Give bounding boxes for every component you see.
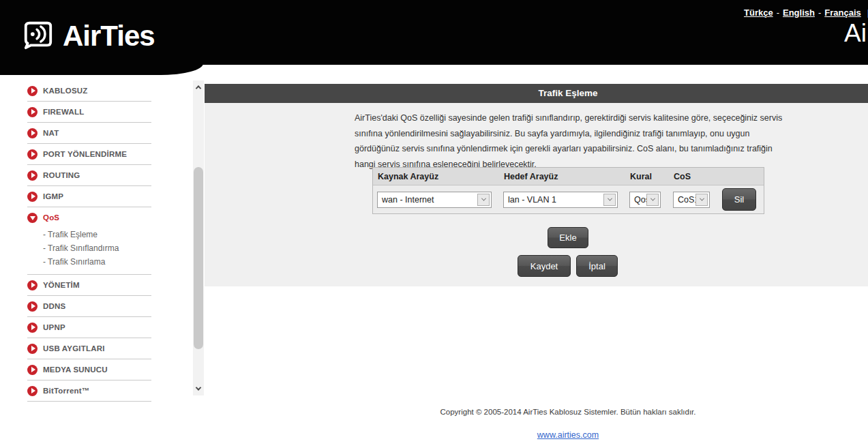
header-hedef-arayuz: Hedef Arayüz (499, 168, 625, 185)
vertical-scrollbar[interactable] (193, 80, 204, 395)
traffic-mapping-table: Kaynak Arayüz Hedef Arayüz Kural CoS wan… (372, 167, 764, 214)
table-row: wan - Internet lan - VLAN 1 Qos (373, 185, 764, 213)
sidebar-item-usb-aygitlari[interactable]: USB AYGITLARI (27, 338, 151, 359)
select-chevron-icon (695, 194, 708, 206)
play-icon (27, 280, 38, 290)
sidebar-item-firewall[interactable]: FIREWALL (27, 102, 151, 123)
select-chevron-icon (477, 194, 490, 206)
brand-logo: AirTies (23, 18, 155, 53)
sidebar-item-igmp[interactable]: IGMP (27, 186, 151, 207)
page: AirTies Türkçe-English-Français| Air KAB… (0, 0, 868, 448)
play-icon (27, 107, 38, 117)
ekle-button[interactable]: Ekle (548, 227, 588, 248)
kaydet-button[interactable]: Kaydet (518, 255, 571, 277)
language-switcher: Türkçe-English-Français| (744, 8, 868, 18)
sidebar-item-nat[interactable]: NAT (27, 123, 151, 144)
scroll-down-button[interactable] (193, 383, 204, 394)
sidebar-item-medya-sunucu[interactable]: MEDYA SUNUCU (27, 359, 151, 380)
sidebar-item-ddns[interactable]: DDNS (27, 296, 151, 317)
chevron-down-icon (196, 385, 201, 390)
play-icon (27, 192, 38, 202)
select-chevron-icon (603, 194, 616, 206)
lang-pipe-separator: | (861, 8, 868, 18)
sidebar-item-bittorrent[interactable]: BitTorrent™ (27, 380, 151, 402)
sidebar-item-yonetim[interactable]: YÖNETİM (27, 275, 151, 296)
kaynak-arayuz-select[interactable]: wan - Internet (377, 192, 492, 208)
table-header-row: Kaynak Arayüz Hedef Arayüz Kural CoS (373, 168, 764, 185)
play-icon (27, 365, 38, 375)
header-cos: CoS (669, 168, 718, 185)
chevron-down-icon (27, 213, 38, 223)
play-icon (27, 301, 38, 312)
lang-link-turkce[interactable]: Türkçe (744, 8, 773, 18)
iptal-button[interactable]: İptal (576, 255, 618, 277)
kural-select[interactable]: Qos (629, 192, 661, 208)
scrollbar-thumb[interactable] (194, 167, 203, 349)
play-icon (27, 386, 38, 396)
sidebar-item-qos[interactable]: QoS - Trafik Eşleme - Trafik Sınıflandır… (27, 207, 151, 275)
lang-separator: - (773, 8, 783, 18)
brand-name: AirTies (63, 22, 155, 50)
sidebar-subitem-trafik-esleme[interactable]: - Trafik Eşleme (43, 228, 151, 241)
play-icon (27, 86, 38, 96)
sidebar-subitem-trafik-siniflandirma[interactable]: - Trafik Sınıflandırma (43, 241, 151, 255)
sidebar-item-port-yonlendirme[interactable]: PORT YÖNLENDİRME (27, 144, 151, 165)
chevron-up-icon (196, 85, 201, 91)
scroll-up-button[interactable] (193, 82, 204, 93)
header-kaynak-arayuz: Kaynak Arayüz (373, 168, 499, 185)
sidebar-nav: KABLOSUZ FIREWALL NAT PORT YÖNLENDİRME R… (0, 80, 193, 402)
cos-select[interactable]: CoS1 (673, 192, 710, 208)
hedef-arayuz-select[interactable]: lan - VLAN 1 (503, 192, 618, 208)
lang-link-francais[interactable]: Français (824, 8, 860, 18)
airties-website-link[interactable]: www.airties.com (537, 430, 599, 440)
footer: Copyright © 2005-2014 AirTies Kablosuz S… (205, 408, 868, 440)
select-chevron-icon (646, 194, 659, 206)
header-actions (718, 168, 764, 185)
sidebar-item-routing[interactable]: ROUTING (27, 165, 151, 186)
lang-separator: - (815, 8, 824, 18)
lang-link-english[interactable]: English (783, 8, 815, 18)
airties-logo-icon (23, 18, 54, 53)
sidebar-item-upnp[interactable]: UPNP (27, 317, 151, 338)
page-titlebar: Trafik Eşleme (205, 84, 868, 103)
play-icon (27, 128, 38, 138)
copyright-text: Copyright © 2005-2014 AirTies Kablosuz S… (205, 408, 868, 416)
sil-button[interactable]: Sil (722, 188, 756, 211)
play-icon (27, 344, 38, 354)
sidebar-subitem-trafik-sinirlama[interactable]: - Trafik Sınırlama (43, 255, 151, 269)
content-panel: AirTies'daki QoS özelliği sayesinde gele… (205, 103, 868, 286)
sidebar-item-kablosuz[interactable]: KABLOSUZ (27, 80, 151, 102)
product-name: Air (844, 19, 868, 48)
description-text: AirTies'daki QoS özelliği sayesinde gele… (355, 110, 785, 172)
page-title: Trafik Eşleme (205, 84, 868, 103)
qos-submenu: - Trafik Eşleme - Trafik Sınıflandırma -… (27, 228, 151, 274)
play-icon (27, 323, 38, 333)
play-icon (27, 149, 38, 160)
header-kural: Kural (625, 168, 669, 185)
play-icon (27, 170, 38, 181)
